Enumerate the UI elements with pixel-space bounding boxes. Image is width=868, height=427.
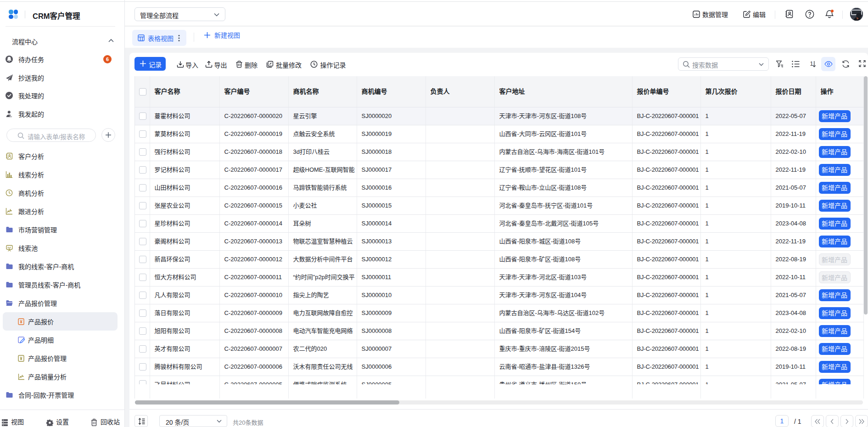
svg-text:1: 1 — [810, 61, 813, 67]
